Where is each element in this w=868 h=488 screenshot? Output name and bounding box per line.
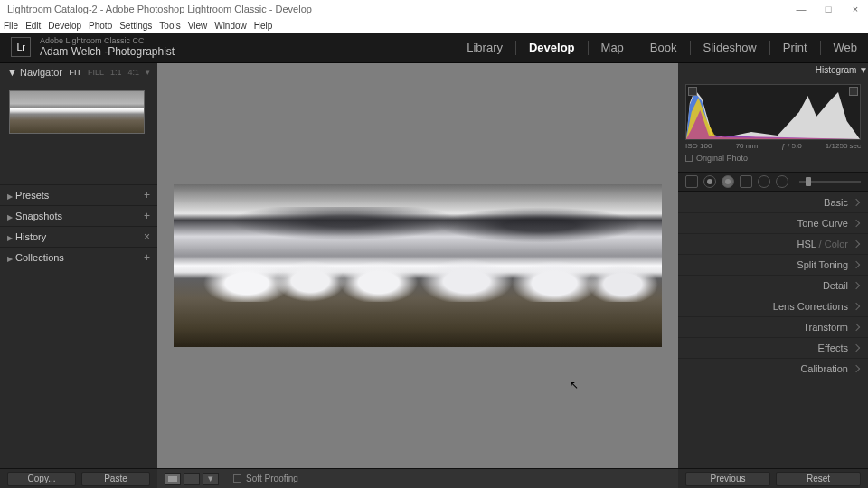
radial-filter-tool-icon[interactable]	[758, 175, 770, 188]
canvas[interactable]: ↖	[157, 63, 678, 468]
left-panel: ▼ Navigator FIT FILL 1:1 4:1 ▾ ▶ Presets…	[0, 63, 157, 468]
adjustment-brush-tool-icon[interactable]	[776, 175, 788, 188]
chevron-left-icon	[853, 344, 860, 352]
menu-view[interactable]: View	[188, 21, 208, 31]
panel-calibration[interactable]: Calibration	[678, 358, 868, 379]
module-web[interactable]: Web	[834, 41, 858, 54]
module-library[interactable]: Library	[467, 41, 503, 54]
zoom-4-1[interactable]: 4:1	[127, 68, 139, 77]
maximize-icon[interactable]: □	[823, 4, 834, 14]
paste-button[interactable]: Paste	[81, 472, 150, 486]
panel-effects[interactable]: Effects	[678, 337, 868, 358]
loupe-view-icon[interactable]	[165, 473, 181, 485]
zoom-fill[interactable]: FILL	[88, 68, 104, 77]
chevron-down-icon: ▼	[7, 67, 17, 78]
module-slideshow[interactable]: Slideshow	[703, 41, 757, 54]
module-print[interactable]: Print	[783, 41, 807, 54]
tool-strip	[678, 172, 868, 192]
module-book[interactable]: Book	[650, 41, 677, 54]
clipping-highlights-icon[interactable]	[849, 87, 858, 96]
panel-split-toning[interactable]: Split Toning	[678, 254, 868, 275]
panel-history[interactable]: ▶ History×	[0, 226, 157, 247]
spot-removal-tool-icon[interactable]	[703, 175, 716, 188]
chevron-left-icon	[853, 240, 860, 248]
panel-presets[interactable]: ▶ Presets+	[0, 184, 157, 205]
menu-tools[interactable]: Tools	[159, 21, 180, 31]
histogram-iso: ISO 100	[685, 142, 712, 150]
divider	[820, 41, 821, 55]
histogram-shutter: 1/1250 sec	[826, 142, 861, 150]
zoom-1-1[interactable]: 1:1	[110, 68, 122, 77]
panel-hsl[interactable]: HSL / Color	[678, 233, 868, 254]
divider	[637, 41, 637, 55]
panel-tone-curve[interactable]: Tone Curve	[678, 212, 868, 233]
menu-help[interactable]: Help	[254, 21, 273, 31]
menu-window[interactable]: Window	[214, 21, 247, 31]
window-title: Lightroom Catalog-2 - Adobe Photoshop Li…	[7, 4, 312, 14]
lightroom-logo-icon: Lr	[11, 37, 31, 57]
panel-lens-corrections[interactable]: Lens Corrections	[678, 296, 868, 316]
crop-tool-icon[interactable]	[685, 175, 698, 188]
module-develop[interactable]: Develop	[529, 41, 575, 54]
divider	[515, 41, 516, 55]
chevron-down-icon[interactable]: ▾	[146, 68, 150, 77]
chevron-left-icon	[853, 324, 860, 331]
chevron-left-icon	[853, 199, 860, 206]
mask-slider[interactable]	[799, 181, 861, 183]
checkbox-icon	[685, 155, 693, 162]
divider	[588, 41, 589, 55]
window-titlebar: Lightroom Catalog-2 - Adobe Photoshop Li…	[0, 0, 868, 18]
divider	[690, 41, 691, 55]
menu-edit[interactable]: Edit	[25, 21, 41, 31]
chevron-left-icon	[853, 261, 860, 268]
right-panel: Histogram ▼ ISO 100 70 mm ƒ / 5.0 1/1250…	[678, 63, 868, 468]
zoom-fit[interactable]: FIT	[69, 68, 81, 77]
panel-basic[interactable]: Basic	[678, 192, 868, 212]
menu-settings[interactable]: Settings	[119, 21, 152, 31]
original-photo-toggle[interactable]: Original Photo	[685, 150, 861, 166]
panel-snapshots[interactable]: ▶ Snapshots+	[0, 205, 157, 226]
histogram-focal: 70 mm	[736, 142, 758, 150]
photo-preview[interactable]	[174, 184, 662, 347]
panel-detail[interactable]: Detail	[678, 275, 868, 296]
histogram-title: Histogram	[816, 65, 857, 75]
app-header: Lr Adobe Lightroom Classic CC Adam Welch…	[0, 33, 868, 63]
module-map[interactable]: Map	[601, 41, 624, 54]
reset-button[interactable]: Reset	[776, 472, 861, 486]
checkbox-icon	[233, 474, 241, 483]
close-icon[interactable]: ×	[850, 4, 861, 14]
redeye-tool-icon[interactable]	[722, 175, 734, 188]
identity-user: Adam Welch -Photographist	[40, 46, 175, 58]
chevron-left-icon	[853, 303, 860, 310]
histogram-aperture: ƒ / 5.0	[781, 142, 801, 150]
module-picker: Library Develop Map Book Slideshow Print…	[467, 41, 857, 55]
menu-bar: File Edit Develop Photo Settings Tools V…	[0, 18, 868, 33]
menu-photo[interactable]: Photo	[89, 21, 112, 31]
histogram[interactable]	[685, 84, 861, 140]
chevron-left-icon	[853, 282, 860, 289]
clipping-shadows-icon[interactable]	[688, 87, 697, 96]
chevron-down-icon[interactable]: ▼	[859, 65, 868, 75]
divider	[769, 41, 770, 55]
chevron-left-icon	[853, 220, 860, 227]
navigator-header[interactable]: ▼ Navigator FIT FILL 1:1 4:1 ▾	[0, 63, 157, 81]
previous-button[interactable]: Previous	[685, 472, 770, 486]
panel-collections[interactable]: ▶ Collections+	[0, 247, 157, 267]
panel-transform[interactable]: Transform	[678, 316, 868, 337]
menu-file[interactable]: File	[4, 21, 18, 31]
before-after-lr-icon[interactable]	[184, 473, 200, 485]
graduated-filter-tool-icon[interactable]	[740, 175, 752, 188]
before-after-tb-icon[interactable]: ▾	[203, 473, 219, 485]
identity-plate: Lr Adobe Lightroom Classic CC Adam Welch…	[11, 37, 175, 58]
navigator-thumbnail[interactable]	[9, 90, 145, 134]
copy-button[interactable]: Copy...	[7, 472, 76, 486]
minimize-icon[interactable]: —	[796, 4, 807, 14]
soft-proofing-toggle[interactable]: Soft Proofing	[233, 474, 298, 483]
menu-develop[interactable]: Develop	[48, 21, 81, 31]
chevron-left-icon	[853, 365, 860, 372]
cursor-icon: ↖	[570, 379, 579, 391]
